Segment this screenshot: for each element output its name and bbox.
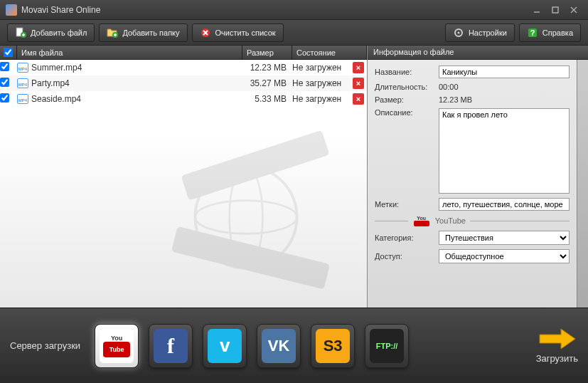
title-input[interactable] [439,65,570,78]
access-label: Доступ: [375,252,433,261]
table-row[interactable]: MP4Party.mp4 35.27 MB Не загружен× [0,75,367,91]
delete-file-button[interactable]: × [353,78,364,89]
svg-rect-21 [181,130,329,201]
duration-label: Длительность: [375,83,433,91]
titlebar: Movavi Share Online [0,0,588,20]
vk-icon: VK [262,329,296,363]
svg-point-20 [230,167,263,268]
file-size: 35.27 MB [242,78,292,88]
file-checkbox[interactable] [0,62,9,71]
file-status: Не загружен [292,94,341,104]
youtube-mini-icon: You [412,215,431,226]
delete-file-button[interactable]: × [353,93,364,105]
mp4-icon: MP4 [17,63,28,73]
help-label: Справка [542,28,573,37]
mp4-icon: MP4 [17,94,28,104]
info-panel: Информация о файле Название: Длительност… [368,46,588,308]
help-icon: ? [527,27,538,38]
mp4-icon: MP4 [17,78,28,88]
file-name: Party.mp4 [31,78,70,88]
header-name[interactable]: Имя файла [17,46,242,59]
close-button[interactable] [565,4,582,16]
add-folder-button[interactable]: Добавить папку [99,23,187,42]
clear-list-button[interactable]: Очистить список [192,23,284,42]
server-vimeo-button[interactable]: v [203,324,247,368]
svg-point-19 [196,201,297,234]
add-folder-label: Добавить папку [122,28,179,37]
file-panel: Имя файла Размер Состояние MP4Summer.mp4… [0,46,368,308]
title-label: Название: [375,68,433,76]
facebook-icon: f [154,329,188,363]
tags-label: Метки: [375,200,433,209]
server-vk-button[interactable]: VK [257,324,301,368]
gear-icon [453,27,464,38]
minimize-button[interactable] [528,4,545,16]
svg-rect-1 [552,7,558,13]
app-title: Movavi Share Online [21,5,100,15]
clear-icon [200,27,211,38]
svg-point-18 [196,167,297,268]
add-file-button[interactable]: Добавить файл [7,23,95,42]
header-size[interactable]: Размер [242,46,292,59]
toolbar: Добавить файл Добавить папку Очистить сп… [0,20,588,46]
s3-icon: S3 [316,329,350,363]
table-row[interactable]: MP4Seaside.mp4 5.33 MB Не загружен× [0,91,367,107]
maximize-button[interactable] [547,4,564,16]
file-list: MP4Summer.mp4 12.23 MB Не загружен× MP4P… [0,60,367,308]
settings-button[interactable]: Настройки [445,23,515,42]
size-value: 12.23 MB [439,95,570,104]
youtube-icon: You Tube [100,329,134,363]
main-area: Имя файла Размер Состояние MP4Summer.mp4… [0,46,588,308]
file-status: Не загружен [292,63,341,73]
server-ftp-button[interactable]: FTP:// [365,324,409,368]
file-name: Seaside.mp4 [31,94,81,104]
app-icon [6,4,17,16]
server-s3-button[interactable]: S3 [311,324,355,368]
watermark-image [154,115,338,300]
file-name: Summer.mp4 [31,63,82,73]
info-scrollbar[interactable] [577,60,588,308]
info-body: Название: Длительность: 00:00 Размер: 12… [368,60,577,308]
add-file-label: Добавить файл [31,28,87,37]
bottom-bar: Сервер загрузки You Tube f v VK S3 FTP:/… [0,308,588,383]
info-header: Информация о файле [368,46,588,60]
svg-text:?: ? [530,28,535,37]
upload-arrow-icon [537,327,577,350]
file-checkbox[interactable] [0,93,9,103]
server-facebook-button[interactable]: f [149,324,193,368]
size-label: Размер: [375,95,433,104]
youtube-section-divider: You YouTube [375,215,570,226]
file-size: 5.33 MB [242,94,292,104]
clear-list-label: Очистить список [215,28,276,37]
file-checkbox[interactable] [0,78,9,87]
add-folder-icon [107,27,118,38]
delete-file-button[interactable]: × [353,62,364,73]
settings-label: Настройки [469,28,507,37]
file-status: Не загружен [292,78,341,88]
duration-value: 00:00 [439,83,570,91]
category-label: Категория: [375,234,433,242]
header-check[interactable] [0,46,17,59]
server-label: Сервер загрузки [10,340,80,351]
description-label: Описание: [375,108,433,117]
svg-point-15 [457,31,459,33]
file-size: 12.23 MB [242,63,292,73]
vimeo-icon: v [208,329,242,363]
add-file-icon [15,27,26,38]
server-youtube-button[interactable]: You Tube [95,324,139,368]
access-select[interactable]: Общедоступное [439,249,570,263]
file-column-header: Имя файла Размер Состояние [0,46,367,60]
svg-rect-22 [171,226,330,290]
help-button[interactable]: ? Справка [519,23,581,42]
ftp-icon: FTP:// [370,329,404,363]
table-row[interactable]: MP4Summer.mp4 12.23 MB Не загружен× [0,60,367,75]
description-input[interactable] [439,108,570,194]
tags-input[interactable] [439,198,570,211]
youtube-section-label: YouTube [435,216,466,225]
header-status[interactable]: Состояние [292,46,367,59]
upload-button[interactable]: Загрузить [536,327,578,364]
upload-label: Загрузить [536,353,578,364]
category-select[interactable]: Путешествия [439,231,570,245]
